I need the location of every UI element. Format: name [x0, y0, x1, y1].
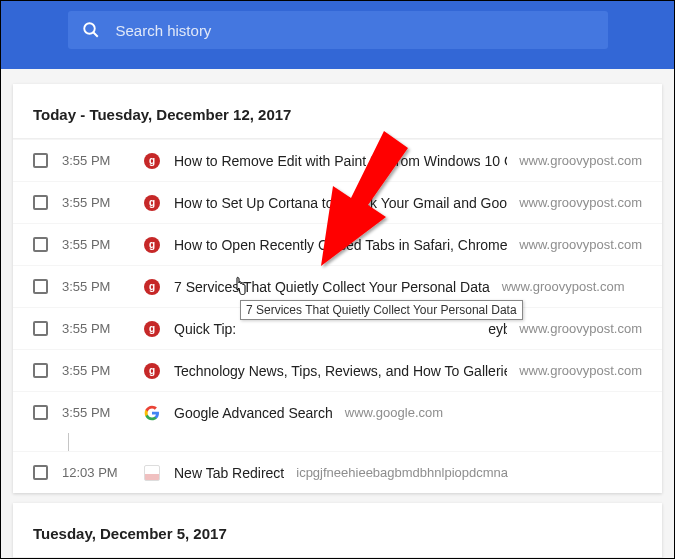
history-row[interactable]: 3:55 PM g How to Remove Edit with Paint … [13, 139, 662, 181]
svg-point-0 [84, 23, 95, 34]
favicon-extension [144, 465, 160, 481]
page-domain[interactable]: www.groovypost.com [519, 237, 642, 252]
page-domain[interactable]: www.groovypost.com [519, 321, 642, 336]
page-title[interactable]: New Tab Redirect [174, 465, 284, 481]
date-header: Tuesday, December 5, 2017 [13, 503, 662, 558]
time-label: 12:03 PM [62, 465, 144, 480]
favicon-groovypost: g [144, 195, 160, 211]
page-title[interactable]: How to Remove Edit with Paint 3D from Wi… [174, 153, 507, 169]
checkbox[interactable] [33, 405, 48, 420]
title-prefix: Quick Tip: [174, 321, 240, 337]
checkbox[interactable] [33, 465, 48, 480]
page-title[interactable]: 7 Services That Quietly Collect Your Per… [174, 279, 490, 295]
page-domain[interactable]: www.google.com [345, 405, 443, 420]
checkbox[interactable] [33, 237, 48, 252]
history-row[interactable]: 3:55 PM g How to Open Recently Closed Ta… [13, 223, 662, 265]
checkbox[interactable] [33, 321, 48, 336]
search-icon [82, 21, 100, 39]
title-suffix: eyboard [488, 321, 507, 337]
page-domain[interactable]: www.groovypost.com [519, 153, 642, 168]
history-row[interactable]: 12:03 PM New Tab Redirect icpgjfneehieeb… [13, 451, 662, 493]
checkbox[interactable] [33, 195, 48, 210]
checkbox[interactable] [33, 279, 48, 294]
page-domain[interactable]: www.groovypost.com [502, 279, 625, 294]
favicon-groovypost: g [144, 321, 160, 337]
favicon-groovypost: g [144, 279, 160, 295]
time-divider [68, 433, 69, 451]
time-label: 3:55 PM [62, 363, 144, 378]
search-input[interactable] [116, 22, 594, 39]
search-container[interactable] [68, 11, 608, 49]
time-label: 3:55 PM [62, 153, 144, 168]
page-title[interactable]: Google Advanced Search [174, 405, 333, 421]
page-title[interactable]: How to Open Recently Closed Tabs in Safa… [174, 237, 507, 253]
favicon-groovypost: g [144, 153, 160, 169]
page-title[interactable]: Quick Tip: eyboard [174, 321, 507, 337]
history-row[interactable]: 3:55 PM g How to Set Up Cortana to Check… [13, 181, 662, 223]
checkbox[interactable] [33, 363, 48, 378]
favicon-groovypost: g [144, 363, 160, 379]
time-label: 3:55 PM [62, 195, 144, 210]
favicon-google [144, 405, 160, 421]
time-label: 3:55 PM [62, 279, 144, 294]
page-domain[interactable]: www.groovypost.com [519, 363, 642, 378]
page-title[interactable]: Technology News, Tips, Reviews, and How … [174, 363, 507, 379]
search-bar [1, 1, 674, 69]
svg-line-1 [93, 32, 98, 37]
tooltip: 7 Services That Quietly Collect Your Per… [240, 300, 523, 320]
history-section-today: Today - Tuesday, December 12, 2017 3:55 … [13, 84, 662, 493]
favicon-groovypost: g [144, 237, 160, 253]
time-label: 3:55 PM [62, 405, 144, 420]
time-label: 3:55 PM [62, 321, 144, 336]
page-domain[interactable]: www.groovypost.com [519, 195, 642, 210]
history-row[interactable]: 3:55 PM g Technology News, Tips, Reviews… [13, 349, 662, 391]
page-title[interactable]: How to Set Up Cortana to Check Your Gmai… [174, 195, 507, 211]
time-label: 3:55 PM [62, 237, 144, 252]
page-domain[interactable]: icpgjfneehieebagbmdbhnlpiopdcmna [296, 465, 508, 480]
history-row[interactable]: 3:55 PM Google Advanced Search www.googl… [13, 391, 662, 433]
checkbox[interactable] [33, 153, 48, 168]
date-header: Today - Tuesday, December 12, 2017 [13, 84, 662, 139]
history-section-dec5: Tuesday, December 5, 2017 [13, 503, 662, 558]
